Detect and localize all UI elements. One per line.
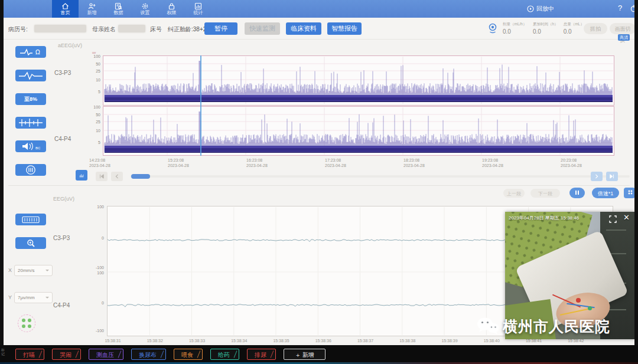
event-button[interactable]: 换尿布: [131, 349, 166, 360]
aeeg-ytick: 50: [82, 113, 100, 117]
quick-monitor-button[interactable]: 快速监测: [245, 22, 280, 35]
switch-view-button[interactable]: 画面切换: [610, 23, 634, 34]
live-video-overlay[interactable]: 2023年04月28日 星期五 15:38:46 ✕: [505, 212, 634, 339]
chevron-right-icon: [594, 173, 599, 179]
eeg-ytick: 100: [85, 205, 104, 209]
next-segment-button[interactable]: 下一段: [530, 189, 560, 198]
aeeg-ytick: 50: [82, 62, 100, 66]
record-number-redacted-value: [34, 25, 86, 32]
eeg-ytick: 0: [85, 301, 104, 305]
tab-stats[interactable]: 统计: [185, 0, 211, 18]
tab-label: 统计: [194, 11, 203, 15]
prev-segment-button[interactable]: 上一段: [503, 189, 525, 198]
skip-to-start-icon: [99, 173, 104, 179]
tick-date: 2023-04-28: [168, 163, 189, 168]
webcam-icon[interactable]: [487, 22, 499, 34]
eeg-ytick: 100: [85, 271, 104, 275]
eeg-time-tick: 15:38:32: [141, 338, 169, 343]
layout-grid-button[interactable]: [624, 188, 634, 198]
aeeg-waveform-c3p3: [103, 56, 614, 105]
first-page-button[interactable]: [96, 172, 108, 181]
spike-train-icon: [18, 118, 44, 127]
timeline-scrollbar-thumb[interactable]: [131, 174, 150, 179]
eeg-time-tick: 15:38:34: [225, 338, 253, 343]
home-icon: [61, 2, 69, 10]
fullscreen-icon[interactable]: [609, 215, 617, 223]
tick-time: 19:23:08: [482, 158, 503, 163]
playback-speed-button[interactable]: 倍速*1: [592, 188, 619, 198]
lock-icon: [168, 2, 175, 10]
audio-tool-button[interactable]: BC: [15, 140, 46, 152]
patient-info-bar: 病历号: 母亲姓名 床号 纠正胎龄:38+2 暂停 快速监测 临床资料 智慧报告…: [4, 18, 634, 40]
playback-icon: [527, 5, 534, 12]
eeg-wave-tool-button[interactable]: [15, 70, 46, 81]
timeline-scrollbar-track[interactable]: [130, 175, 630, 178]
tab-label: 新增: [87, 11, 97, 15]
eeg-wave-icon: [18, 71, 44, 80]
trend-view-button[interactable]: [76, 170, 87, 181]
clinical-data-button[interactable]: 临床资料: [286, 22, 321, 35]
snapshot-button[interactable]: 抓拍: [584, 23, 607, 34]
tab-lock[interactable]: 权限: [158, 0, 185, 18]
mini-chart-icon: [79, 172, 84, 179]
tab-data[interactable]: 数据: [105, 0, 132, 18]
zoom-button[interactable]: [15, 237, 46, 249]
event-button[interactable]: 喂食: [174, 349, 203, 360]
tick-time: 18:23:08: [403, 158, 425, 163]
event-button[interactable]: 测血压: [89, 349, 123, 360]
bed-number-label: 床号: [150, 25, 162, 34]
next-page-button[interactable]: [591, 172, 603, 181]
aeeg-time-tick: 19:23:082023-04-28: [482, 158, 503, 168]
speaker-icon: BC: [19, 142, 43, 151]
eeg-time-tick: 15:38:37: [351, 338, 380, 343]
electrode-montage-button[interactable]: [18, 314, 35, 332]
spike-tool-button[interactable]: [15, 117, 46, 129]
time-cursor-line[interactable]: [200, 55, 201, 156]
tab-settings[interactable]: 设置: [132, 0, 158, 18]
record-number-label: 病历号:: [8, 25, 28, 34]
video-timestamp: 2023年04月28日 星期五 15:38:46: [509, 215, 579, 221]
playback-status: 回放中: [527, 5, 554, 13]
last-page-button[interactable]: [606, 172, 618, 181]
filter-tool-button[interactable]: [15, 164, 46, 176]
event-button[interactable]: 给药: [210, 349, 239, 360]
tab-home[interactable]: 首页: [52, 0, 79, 18]
add-event-button[interactable]: ＋ 新增: [284, 349, 325, 360]
aeeg-time-tick: 15:23:082023-04-28: [168, 158, 189, 168]
grid-icon: [627, 189, 633, 195]
aeeg-ytick: 10: [82, 78, 100, 82]
aeeg-ytick: 5: [82, 140, 100, 145]
prev-page-button[interactable]: [111, 172, 123, 181]
top-navbar: 首页新增数据设置权限统计 回放中 ?: [4, 0, 634, 18]
eeg-ytick: -100: [85, 329, 104, 333]
aeeg-chart-c3p3[interactable]: [103, 55, 614, 106]
event-button[interactable]: 哭闹: [52, 349, 81, 360]
spectrum-tool-button[interactable]: 至8%: [15, 93, 46, 105]
event-buttons-row: 打嗝哭闹测血压换尿布喂食给药排尿＋ 新增: [15, 349, 325, 360]
pause-button[interactable]: 暂停: [204, 22, 237, 35]
montage-strip-button[interactable]: [15, 214, 46, 225]
hd-badge[interactable]: 高清: [618, 34, 630, 41]
corrected-gestation-label: 纠正胎龄:38+2: [168, 25, 206, 34]
help-icon[interactable]: ?: [618, 4, 622, 12]
person-add-icon: [88, 2, 96, 10]
event-button[interactable]: 排尿: [247, 349, 276, 360]
tick-date: 2023-04-28: [482, 163, 503, 168]
power-icon[interactable]: [630, 4, 634, 12]
close-icon[interactable]: ✕: [623, 213, 630, 222]
eeg-pause-button[interactable]: [569, 188, 585, 198]
video-sensor-dot: [588, 306, 592, 310]
infusion-stats: 剂量（mL/h）0.0累加时间（h）0.0总量（mL）0.0: [503, 22, 588, 35]
aeeg-channel-c4p4-label: C4-P4: [54, 136, 71, 142]
tab-person-add[interactable]: 新增: [79, 0, 105, 18]
event-button[interactable]: 打嗝: [15, 349, 44, 360]
y-scale-select[interactable]: 7μv/mm: [14, 292, 53, 303]
filter-icon: [25, 165, 36, 175]
eeg-time-tick: 15:38:39: [435, 338, 464, 343]
mother-name-redacted-value: [118, 25, 145, 32]
x-scale-select[interactable]: 20mm/s: [14, 265, 53, 276]
aeeg-chart-c4p4[interactable]: [103, 106, 614, 156]
impedance-tool-button[interactable]: Ω: [15, 46, 46, 58]
smart-report-button[interactable]: 智慧报告: [327, 22, 362, 35]
svg-text:BC: BC: [35, 146, 41, 150]
